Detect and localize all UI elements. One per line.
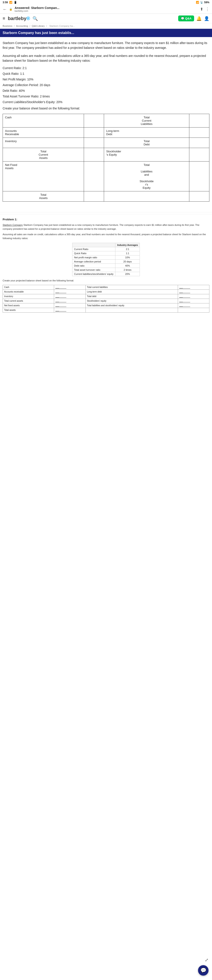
table-row: Net fixed assets ___ Total liabilities a… bbox=[3, 303, 209, 308]
page-title: Starborn Company has just been establis.… bbox=[3, 31, 209, 35]
browser-url: bartleby.com bbox=[14, 10, 198, 12]
notification-bell[interactable]: 🔔 bbox=[196, 16, 202, 21]
cell-tca-val bbox=[84, 148, 104, 161]
table-row: Debt ratio40% bbox=[72, 264, 140, 268]
lock-icon: 🔒 bbox=[9, 8, 13, 11]
browser-bar: ← 🔒 Answered: Starborn Compan... bartleb… bbox=[0, 5, 212, 14]
table-row: Cash ___ Total current liabilities ___ bbox=[3, 285, 209, 290]
page-title-bar: Starborn Company has just been establis.… bbox=[0, 29, 212, 37]
industry-metric: Debt ratio bbox=[72, 264, 115, 268]
chat-small-icon: 💬 bbox=[181, 17, 184, 20]
table-row: Net profit margin ratio10% bbox=[72, 256, 140, 259]
mini-empty-val bbox=[178, 308, 209, 312]
industry-value: 20 days bbox=[115, 259, 140, 264]
ratio-net-profit: Net Profit Margin: 10% bbox=[3, 78, 209, 81]
industry-value: 10% bbox=[115, 256, 140, 259]
table-row: AccountsReceivable Long-termDebt bbox=[3, 127, 209, 138]
industry-metric: Current Ratio bbox=[72, 247, 115, 251]
balance-sheet-table: Cash TotalCurrentLiabilities AccountsRec… bbox=[3, 114, 209, 202]
cell-inv-val bbox=[84, 138, 104, 148]
table-row: Net FixedAssets TotalLiabilitiesandStock… bbox=[3, 161, 209, 191]
cell-nfa-val bbox=[84, 161, 104, 191]
mini-td: Total debt bbox=[86, 294, 178, 299]
status-left: 3:59 📶 📱 bbox=[3, 1, 17, 4]
browser-page-title: Answered: Starborn Compan... bbox=[14, 6, 198, 10]
industry-averages-table: Industry Averages Current Ratio2:1Quick … bbox=[72, 243, 140, 276]
breadcrumb-sep-3: / bbox=[46, 25, 48, 27]
share-icon[interactable]: ⬆ bbox=[200, 7, 203, 11]
search-button[interactable]: 🔍 bbox=[32, 16, 38, 21]
user-account-icon[interactable]: 👤 bbox=[204, 16, 209, 21]
mini-tca-val: ___ bbox=[54, 299, 86, 303]
mini-ta-val: ___ bbox=[54, 308, 86, 312]
intro-paragraph-2: Assuming all sales are made on credit, c… bbox=[3, 53, 209, 63]
mini-ltd: Long-term debt bbox=[86, 290, 178, 294]
ratio-cl-equity: Current Liabilities/Stockholder's Equity… bbox=[3, 100, 209, 104]
table-row: Total assets ___ bbox=[3, 308, 209, 312]
table-row: Inventory ___ Total debt ___ bbox=[3, 294, 209, 299]
cell-total-assets: TotalAssets bbox=[3, 191, 84, 201]
mini-tle-val: ___ bbox=[178, 303, 209, 308]
qa-label: Q&A bbox=[185, 17, 191, 20]
bartleby-logo: bartleby® bbox=[8, 16, 30, 21]
ratio-quick: Quick Ratio: 1:1 bbox=[3, 72, 209, 75]
back-button[interactable]: ← bbox=[3, 7, 7, 12]
table-row: Cash TotalCurrentLiabilities bbox=[3, 114, 209, 127]
battery-display: 59% bbox=[204, 1, 209, 4]
mini-cash-val: ___ bbox=[54, 285, 86, 290]
problem-heading: Problem 1: bbox=[3, 218, 209, 221]
problem-text-1: Starborn Company Starborn Company has ju… bbox=[3, 223, 209, 231]
mini-tca: Total current assets bbox=[3, 299, 54, 303]
industry-value: 2:1 bbox=[115, 247, 140, 251]
signal-strength: 📶 bbox=[196, 1, 199, 4]
starborn-underline-1: Starborn Company bbox=[3, 224, 23, 226]
table-row: Inventory TotalDebt bbox=[3, 138, 209, 148]
logo-dot: ® bbox=[26, 16, 30, 21]
industry-table-wrapper: Industry Averages Current Ratio2:1Quick … bbox=[3, 243, 209, 276]
cell-se-val bbox=[189, 148, 209, 161]
table-row: TotalCurrentAssets Stockholder's Equity bbox=[3, 148, 209, 161]
industry-metric: Current liabilities/stockholders' equity bbox=[72, 272, 115, 276]
qa-button[interactable]: 💬 Q&A bbox=[178, 16, 194, 21]
industry-metric: Quick Ratio bbox=[72, 251, 115, 256]
cell-inventory: Inventory bbox=[3, 138, 84, 148]
hamburger-menu[interactable]: ≡ bbox=[3, 16, 5, 21]
cell-empty-2 bbox=[189, 191, 209, 201]
cell-ar-val bbox=[84, 127, 104, 138]
cell-total-debt: TotalDebt bbox=[104, 138, 189, 148]
cell-ltd-val bbox=[189, 127, 209, 138]
cell-ar: AccountsReceivable bbox=[3, 127, 84, 138]
cell-stockholders-equity: Stockholder's Equity bbox=[104, 148, 189, 161]
more-icon[interactable]: ⋮ bbox=[206, 7, 209, 11]
table-row: Total current assets ___ Stockholders' e… bbox=[3, 299, 209, 303]
ratio-debt: Debt Ratio: 40% bbox=[3, 89, 209, 92]
mini-empty bbox=[86, 308, 178, 312]
cell-tcl-val bbox=[189, 114, 209, 127]
breadcrumb-business[interactable]: Business bbox=[3, 25, 13, 27]
breadcrumb: Business / Accounting / Q&A Library / St… bbox=[0, 23, 212, 29]
table-row: Current liabilities/stockholders' equity… bbox=[72, 272, 140, 276]
mini-ar-val: ___ bbox=[54, 290, 86, 294]
header-left: ≡ bartleby® 🔍 bbox=[3, 16, 38, 21]
content-divider bbox=[0, 212, 212, 212]
status-right: 📶 📡 59% bbox=[196, 1, 209, 4]
breadcrumb-qa-library[interactable]: Q&A Library bbox=[32, 25, 45, 27]
cell-total-current-liab: TotalCurrentLiabilities bbox=[104, 114, 189, 127]
format-intro: Create your balance sheet based on the f… bbox=[3, 106, 209, 111]
mini-se: Stockholders' equity bbox=[86, 299, 178, 303]
mini-ltd-val: ___ bbox=[178, 290, 209, 294]
table-row: Accounts receivable ___ Long-term debt _… bbox=[3, 290, 209, 294]
browser-action-icons: ⬆ ⋮ bbox=[200, 7, 209, 11]
breadcrumb-accounting[interactable]: Accounting bbox=[16, 25, 28, 27]
mini-nfa-val: ___ bbox=[54, 303, 86, 308]
cell-cash-val bbox=[84, 114, 104, 127]
browser-title-area: Answered: Starborn Compan... bartleby.co… bbox=[14, 6, 198, 12]
time-display: 3:59 bbox=[3, 1, 8, 4]
bartleby-header: ≡ bartleby® 🔍 💬 Q&A 🔔 👤 bbox=[0, 14, 212, 23]
table-row: TotalAssets bbox=[3, 191, 209, 201]
wifi-icon: 📡 bbox=[200, 1, 203, 4]
industry-value: 20% bbox=[115, 272, 140, 276]
breadcrumb-current: Starborn Company ha... bbox=[49, 25, 75, 27]
mini-tcl-val: ___ bbox=[178, 285, 209, 290]
ratio-avg-collection: Average Collection Period: 20 days bbox=[3, 83, 209, 87]
